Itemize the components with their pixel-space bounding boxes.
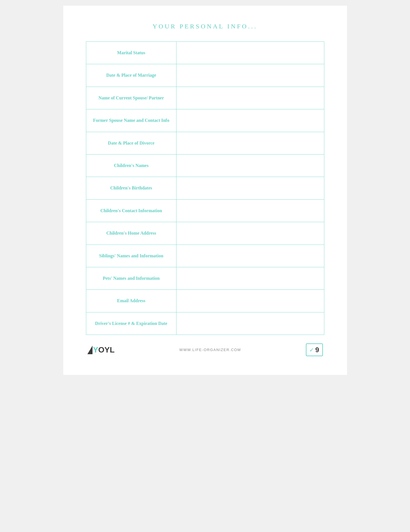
page: YOUR PERSONAL INFO... Marital StatusDate…	[63, 6, 347, 375]
page-number: 9	[315, 346, 319, 354]
page-badge: ✓ 9	[306, 343, 323, 356]
table-row-current-spouse: Name of Current Spouse/ Partner	[86, 87, 324, 109]
label-date-place-divorce: Date & Place of Divorce	[86, 132, 176, 154]
value-pets-info[interactable]	[176, 267, 324, 289]
label-current-spouse: Name of Current Spouse/ Partner	[86, 87, 176, 109]
table-row-marital-status: Marital Status	[86, 42, 324, 64]
label-marital-status: Marital Status	[86, 42, 176, 64]
table-row-childrens-names: Children's Names	[86, 154, 324, 177]
value-childrens-birthdates[interactable]	[176, 177, 324, 199]
page-title: YOUR PERSONAL INFO...	[86, 23, 324, 30]
value-childrens-address[interactable]	[176, 222, 324, 245]
table-row-childrens-contact: Children's Contact Information	[86, 199, 324, 222]
footer-url: WWW.LIFE-ORGANIZER.COM	[179, 348, 241, 352]
value-childrens-contact[interactable]	[176, 199, 324, 222]
table-row-date-place-marriage: Date & Place of Marriage	[86, 64, 324, 87]
value-marital-status[interactable]	[176, 42, 324, 64]
table-row-drivers-license: Driver's License # & Expiration Date	[86, 312, 324, 335]
value-drivers-license[interactable]	[176, 312, 324, 335]
check-icon: ✓	[309, 347, 314, 353]
logo-text: YOYL	[93, 345, 115, 354]
info-table: Marital StatusDate & Place of MarriageNa…	[86, 41, 324, 335]
table-row-siblings-info: Siblings' Names and Information	[86, 245, 324, 267]
value-date-place-marriage[interactable]	[176, 64, 324, 87]
value-siblings-info[interactable]	[176, 245, 324, 267]
value-date-place-divorce[interactable]	[176, 132, 324, 154]
label-email-address: Email Address	[86, 290, 176, 312]
table-row-pets-info: Pets' Names and Information	[86, 267, 324, 289]
label-former-spouse: Former Spouse Name and Contact Info	[86, 109, 176, 132]
table-row-former-spouse: Former Spouse Name and Contact Info	[86, 109, 324, 132]
table-row-email-address: Email Address	[86, 290, 324, 312]
label-siblings-info: Siblings' Names and Information	[86, 245, 176, 267]
label-date-place-marriage: Date & Place of Marriage	[86, 64, 176, 87]
label-pets-info: Pets' Names and Information	[86, 267, 176, 289]
label-drivers-license: Driver's License # & Expiration Date	[86, 312, 176, 335]
table-row-childrens-address: Children's Home Address	[86, 222, 324, 245]
label-childrens-address: Children's Home Address	[86, 222, 176, 245]
value-current-spouse[interactable]	[176, 87, 324, 109]
label-childrens-birthdates: Children's Birthdates	[86, 177, 176, 199]
logo-triangle-icon	[87, 346, 92, 354]
label-childrens-contact: Children's Contact Information	[86, 199, 176, 222]
logo: YOYL	[87, 345, 115, 354]
value-email-address[interactable]	[176, 290, 324, 312]
value-former-spouse[interactable]	[176, 109, 324, 132]
label-childrens-names: Children's Names	[86, 154, 176, 177]
table-row-childrens-birthdates: Children's Birthdates	[86, 177, 324, 199]
footer: YOYL WWW.LIFE-ORGANIZER.COM ✓ 9	[86, 343, 324, 356]
value-childrens-names[interactable]	[176, 154, 324, 177]
table-row-date-place-divorce: Date & Place of Divorce	[86, 132, 324, 154]
